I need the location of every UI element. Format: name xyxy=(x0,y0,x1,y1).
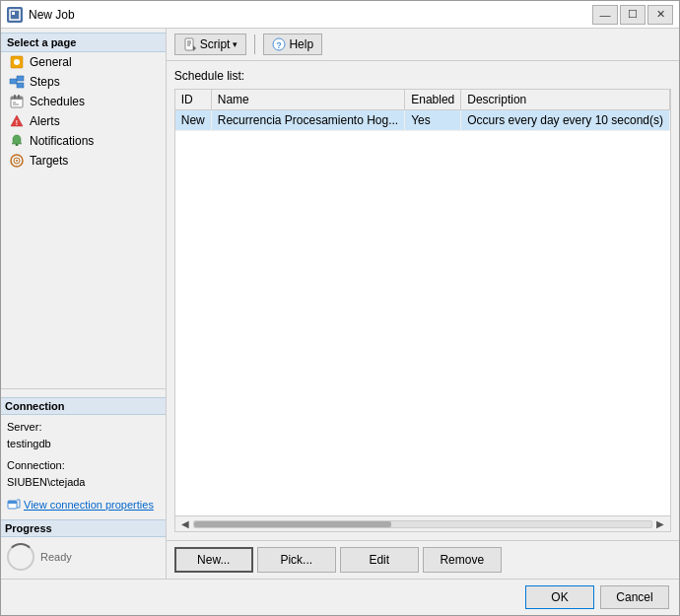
schedules-label: Schedules xyxy=(30,95,85,108)
script-dropdown-arrow: ▾ xyxy=(233,39,238,49)
scroll-left-arrow[interactable]: ◀ xyxy=(177,516,193,532)
help-label: Help xyxy=(289,37,313,51)
col-enabled: Enabled xyxy=(405,90,461,110)
content-area: Select a page General xyxy=(1,29,679,579)
sidebar-footer: Connection Server: testingdb Connection:… xyxy=(1,388,166,579)
scrollbar-thumb[interactable] xyxy=(194,521,391,527)
schedules-icon xyxy=(9,94,25,109)
schedule-table-container: ID Name Enabled Description New Recurren… xyxy=(174,89,671,532)
maximize-button[interactable]: ☐ xyxy=(620,5,646,25)
cell-id: New xyxy=(175,110,212,131)
cell-enabled: Yes xyxy=(405,110,461,131)
sidebar-item-notifications[interactable]: Notifications xyxy=(1,131,166,151)
cell-description: Occurs every day every 10 second(s) xyxy=(461,110,670,131)
col-id: ID xyxy=(175,90,212,110)
select-page-header: Select a page xyxy=(1,33,166,52)
steps-label: Steps xyxy=(30,75,60,89)
sidebar-item-alerts[interactable]: ! Alerts xyxy=(1,111,166,131)
notifications-label: Notifications xyxy=(30,134,94,148)
remove-button[interactable]: Remove xyxy=(423,547,502,573)
connection-link-icon xyxy=(7,498,21,512)
progress-spinner-icon xyxy=(7,543,34,571)
server-value: testingdb xyxy=(7,438,51,449)
title-bar: New Job — ☐ ✕ xyxy=(1,1,679,29)
progress-status: Ready xyxy=(40,551,72,563)
notifications-icon xyxy=(9,133,25,149)
general-icon xyxy=(9,54,25,70)
connection-info: Connection: SIUBEN\ctejada xyxy=(7,457,160,492)
alerts-icon: ! xyxy=(9,113,25,129)
table-header-row: ID Name Enabled Description xyxy=(175,90,670,110)
toolbar: Script ▾ ? Help xyxy=(167,29,679,61)
svg-marker-25 xyxy=(193,45,196,51)
sidebar-item-schedules[interactable]: Schedules xyxy=(1,92,166,111)
svg-rect-10 xyxy=(18,95,20,99)
svg-rect-9 xyxy=(14,95,16,99)
sidebar-item-targets[interactable]: Targets xyxy=(1,151,166,171)
alerts-label: Alerts xyxy=(30,114,60,128)
table-row[interactable]: New Recurrencia Procesamiento Hog... Yes… xyxy=(175,110,670,131)
title-bar-left: New Job xyxy=(7,7,75,23)
view-connection-link[interactable]: View connection properties xyxy=(7,498,160,512)
cancel-button[interactable]: Cancel xyxy=(600,585,669,609)
server-info: Server: testingdb xyxy=(7,419,160,453)
schedule-area: Schedule list: ID Name Enabled Descripti… xyxy=(167,61,679,540)
dialog-footer: OK Cancel xyxy=(1,579,679,615)
window-icon xyxy=(7,7,23,23)
script-icon xyxy=(183,37,197,51)
svg-text:!: ! xyxy=(16,119,18,126)
minimize-button[interactable]: — xyxy=(592,5,618,25)
cell-name: Recurrencia Procesamiento Hog... xyxy=(211,110,404,131)
progress-header: Progress xyxy=(1,519,166,537)
connection-value: SIUBEN\ctejada xyxy=(7,476,85,488)
ok-button[interactable]: OK xyxy=(525,585,594,609)
toolbar-separator xyxy=(254,34,255,54)
svg-rect-1 xyxy=(12,12,15,15)
svg-rect-8 xyxy=(11,97,23,100)
svg-rect-21 xyxy=(185,38,193,50)
view-link-text: View connection properties xyxy=(24,499,154,511)
targets-label: Targets xyxy=(30,154,68,168)
edit-button[interactable]: Edit xyxy=(340,547,419,573)
horizontal-scrollbar[interactable]: ◀ ▶ xyxy=(175,515,670,531)
svg-point-3 xyxy=(14,59,20,65)
server-label: Server: xyxy=(7,421,41,433)
steps-icon xyxy=(9,74,25,90)
progress-row: Ready xyxy=(7,543,160,571)
targets-icon xyxy=(9,153,25,169)
svg-rect-20 xyxy=(8,501,17,504)
sidebar-item-general[interactable]: General xyxy=(1,52,166,72)
svg-rect-4 xyxy=(10,79,17,84)
col-description: Description xyxy=(461,90,670,110)
pick-button[interactable]: Pick... xyxy=(257,547,336,573)
action-buttons: New... Pick... Edit Remove xyxy=(167,540,679,579)
new-button[interactable]: New... xyxy=(174,547,253,573)
scroll-right-arrow[interactable]: ▶ xyxy=(652,516,668,532)
close-button[interactable]: ✕ xyxy=(647,5,673,25)
window-title: New Job xyxy=(29,8,75,22)
table-empty-area xyxy=(175,131,670,515)
view-connection-row: View connection properties xyxy=(7,498,160,512)
connection-label2: Connection: xyxy=(7,459,65,471)
title-controls: — ☐ ✕ xyxy=(592,5,673,25)
connection-header: Connection xyxy=(1,397,166,415)
general-label: General xyxy=(30,55,72,69)
main-panel: Script ▾ ? Help Schedule list: xyxy=(167,29,679,579)
progress-section: Progress Ready xyxy=(7,519,160,571)
schedule-list-label: Schedule list: xyxy=(174,69,671,83)
script-button[interactable]: Script ▾ xyxy=(174,34,247,55)
help-icon: ? xyxy=(272,37,286,51)
help-button[interactable]: ? Help xyxy=(263,34,322,55)
sidebar: Select a page General xyxy=(1,29,167,579)
scrollbar-track[interactable] xyxy=(193,520,652,528)
script-label: Script xyxy=(200,37,231,51)
svg-rect-5 xyxy=(17,76,24,81)
svg-point-18 xyxy=(16,160,18,162)
schedule-table: ID Name Enabled Description New Recurren… xyxy=(175,90,670,131)
svg-rect-6 xyxy=(17,83,24,88)
col-name: Name xyxy=(211,90,404,110)
sidebar-item-steps[interactable]: Steps xyxy=(1,72,166,92)
sidebar-nav: Select a page General xyxy=(1,29,166,174)
main-window: New Job — ☐ ✕ Select a page Genera xyxy=(0,0,680,616)
svg-rect-15 xyxy=(16,144,19,146)
